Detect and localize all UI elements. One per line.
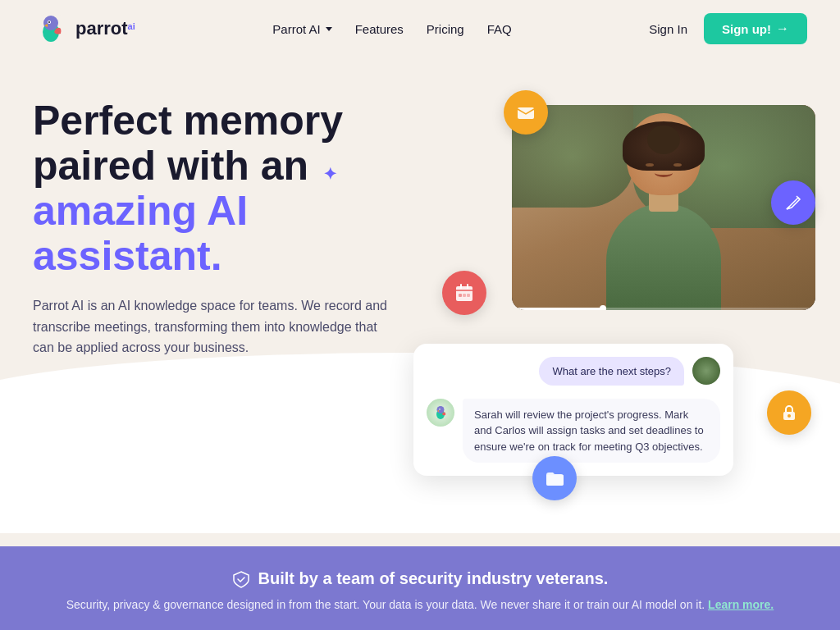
calendar-icon: [453, 281, 476, 304]
chat-question-row: What are the next steps?: [413, 344, 733, 392]
float-icon-folder: [532, 456, 577, 500]
shield-icon: [232, 570, 250, 588]
footer-banner-description: Security, privacy & governance designed …: [33, 596, 807, 614]
svg-rect-9: [459, 294, 462, 297]
logo-icon: [33, 11, 69, 47]
nav-features[interactable]: Features: [355, 22, 404, 36]
svg-point-13: [437, 406, 445, 413]
navbar: parrotai Parrot AI Features Pricing FAQ …: [0, 0, 840, 57]
parrot-mini-icon: [431, 404, 450, 422]
chevron-down-icon: [326, 27, 332, 31]
hero-section: Perfect memory paired with an ✦ amazing …: [0, 57, 840, 533]
signup-button-nav[interactable]: Sign up! →: [704, 13, 807, 44]
nav-parrot-ai[interactable]: Parrot AI: [272, 22, 331, 36]
svg-rect-11: [467, 294, 470, 297]
video-card: [512, 105, 815, 310]
nav-pricing[interactable]: Pricing: [427, 22, 464, 36]
logo-text: parrotai: [75, 18, 135, 39]
float-icon-edit: [771, 180, 815, 225]
edit-icon: [783, 193, 803, 212]
folder-icon: [543, 467, 566, 490]
learn-more-link[interactable]: Learn more.: [708, 598, 774, 611]
chat-answer-bubble: Sarah will review the project's progress…: [463, 399, 720, 463]
svg-rect-5: [518, 107, 534, 119]
nav-links: Parrot AI Features Pricing FAQ: [272, 22, 511, 36]
chat-bot-avatar: [427, 399, 454, 427]
nav-right: Sign In Sign up! →: [649, 13, 807, 44]
svg-rect-8: [467, 284, 468, 289]
nav-faq[interactable]: FAQ: [487, 22, 512, 36]
svg-point-2: [43, 16, 58, 30]
footer-banner: Built by a team of security industry vet…: [0, 546, 840, 630]
email-icon: [515, 102, 536, 123]
hero-mockup: What are the next steps? Sarah will revi: [413, 82, 807, 509]
chat-card: What are the next steps? Sarah will revi: [413, 344, 733, 477]
svg-point-4: [48, 21, 50, 23]
svg-point-15: [440, 409, 441, 409]
sparkle-icon: ✦: [323, 165, 337, 183]
logo[interactable]: parrotai: [33, 11, 135, 47]
chat-user-avatar: [692, 357, 720, 385]
float-icon-lock: [767, 390, 811, 435]
chat-question-bubble: What are the next steps?: [539, 357, 684, 386]
footer-banner-title: Built by a team of security industry vet…: [33, 569, 807, 588]
float-icon-email: [504, 90, 548, 135]
svg-point-17: [788, 414, 791, 418]
chat-answer-row: Sarah will review the project's progress…: [413, 392, 733, 477]
svg-rect-7: [460, 284, 462, 289]
float-icon-calendar: [442, 271, 486, 315]
hero-description: Parrot AI is an AI knowledge space for t…: [33, 295, 394, 358]
hero-title: Perfect memory paired with an ✦ amazing …: [33, 98, 413, 279]
lock-icon: [778, 402, 800, 423]
svg-rect-10: [463, 294, 466, 297]
arrow-right-icon: →: [776, 21, 789, 36]
signin-button[interactable]: Sign In: [649, 22, 687, 36]
